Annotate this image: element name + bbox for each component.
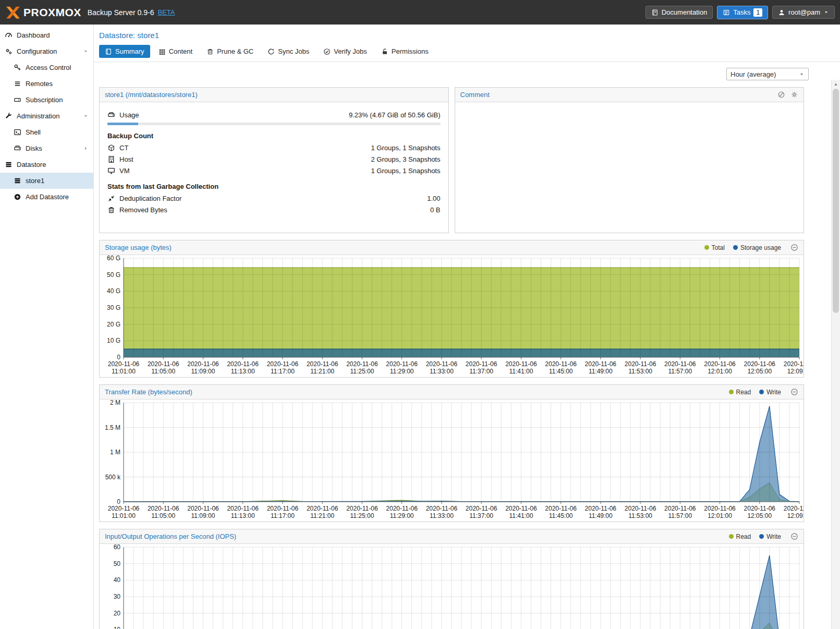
comment-content (455, 102, 804, 233)
host-label: Host (119, 155, 133, 163)
chevron-right-icon[interactable] (83, 146, 89, 151)
legend-dot (759, 390, 764, 394)
ct-label: CT (119, 144, 128, 152)
sidebar-item-dashboard[interactable]: Dashboard (0, 27, 93, 43)
svg-text:2020-11-06: 2020-11-06 (664, 505, 696, 512)
tasks-list-icon (723, 9, 730, 16)
sidebar-item-subscription[interactable]: Subscription (0, 92, 93, 108)
svg-text:2020-11-06: 2020-11-06 (267, 360, 299, 368)
monitor-icon (107, 167, 115, 175)
product-name: Backup Server 0.9-6 (88, 8, 154, 17)
collapse-icon[interactable] (790, 533, 798, 540)
tab-permissions[interactable]: Permissions (375, 45, 434, 58)
legend-item[interactable]: Read (729, 389, 751, 396)
svg-text:50 G: 50 G (107, 271, 120, 279)
grid-icon (159, 48, 166, 55)
chevron-down-icon[interactable] (83, 113, 89, 119)
svg-text:40 G: 40 G (107, 287, 120, 295)
legend-item[interactable]: Total (704, 244, 725, 251)
svg-text:20 G: 20 G (107, 321, 120, 328)
collapse-icon[interactable] (790, 388, 798, 396)
tab-verify-jobs[interactable]: Verify Jobs (318, 45, 373, 58)
tab-prune-gc[interactable]: Prune & GC (201, 45, 259, 58)
vertical-scrollbar[interactable]: ▲ (831, 80, 840, 629)
svg-text:11:33:00: 11:33:00 (430, 368, 454, 375)
tasks-button[interactable]: Tasks 1 (717, 6, 768, 19)
tab-content[interactable]: Content (153, 45, 199, 58)
proxmox-logo: PROXMOX (5, 6, 81, 19)
usage-progress-fill (107, 123, 138, 125)
dedup-value: 1.00 (427, 195, 440, 202)
circle-slash-icon[interactable] (777, 91, 785, 99)
legend-item[interactable]: Write (759, 533, 781, 540)
svg-text:11:49:00: 11:49:00 (589, 368, 613, 375)
svg-text:11:01:00: 11:01:00 (112, 368, 136, 375)
svg-text:11:29:00: 11:29:00 (390, 512, 414, 519)
brand-name: PROXMOX (23, 6, 81, 19)
sidebar-item-add-datastore[interactable]: Add Datastore (0, 189, 93, 205)
sidebar-item-label: Subscription (26, 96, 63, 104)
svg-text:2020-11-06: 2020-11-06 (625, 505, 656, 512)
legend-dot (759, 534, 764, 539)
svg-text:2020-11-06: 2020-11-06 (505, 360, 537, 368)
svg-text:1.5 M: 1.5 M (105, 424, 120, 431)
svg-text:11:49:00: 11:49:00 (589, 512, 613, 519)
scroll-up-arrow[interactable]: ▲ (832, 80, 840, 88)
sidebar-item-label: Administration (17, 112, 59, 120)
svg-text:11:13:00: 11:13:00 (231, 368, 255, 375)
sidebar-item-label: store1 (26, 177, 44, 185)
book-icon (105, 48, 112, 55)
beta-link[interactable]: BETA (157, 8, 175, 16)
tab-summary[interactable]: Summary (99, 45, 150, 58)
svg-text:2020-11-06: 2020-11-06 (187, 360, 219, 368)
tab-sync-jobs[interactable]: Sync Jobs (262, 45, 315, 58)
timeframe-value: Hour (average) (731, 70, 776, 78)
plus-circle-icon (14, 193, 21, 201)
svg-text:60 G: 60 G (107, 255, 120, 262)
panels-area: store1 (/mnt/datastores/store1) Usage 9.… (94, 85, 804, 629)
documentation-button[interactable]: Documentation (646, 6, 713, 19)
chevron-down-icon (799, 71, 805, 77)
svg-text:2020-11-06: 2020-11-06 (664, 360, 696, 368)
building-icon (107, 155, 115, 163)
scrollbar-thumb[interactable] (833, 89, 839, 313)
user-menu-button[interactable]: root@pam (772, 6, 835, 19)
legend-label: Write (766, 389, 781, 396)
legend-item[interactable]: Storage usage (733, 244, 781, 251)
chevron-down-icon[interactable] (83, 49, 89, 54)
sidebar-item-disks[interactable]: Disks (0, 140, 93, 156)
svg-text:11:45:00: 11:45:00 (549, 368, 573, 375)
svg-text:12:09:00: 12:09:00 (787, 368, 804, 375)
svg-text:2020-11-06: 2020-11-06 (426, 360, 458, 368)
tasks-label: Tasks (733, 8, 750, 16)
timeframe-select[interactable]: Hour (average) (726, 68, 809, 80)
sidebar-item-administration[interactable]: Administration (0, 108, 93, 124)
panel-title: Transfer Rate (bytes/second) (105, 388, 192, 396)
panel-title: Input/Output Operations per Second (IOPS… (105, 533, 236, 540)
sidebar-item-label: Remotes (26, 80, 53, 88)
legend-item[interactable]: Write (759, 389, 781, 396)
usage-label: Usage (119, 111, 139, 119)
tab-label: Verify Jobs (334, 47, 367, 55)
legend-item[interactable]: Read (729, 533, 751, 540)
svg-text:11:05:00: 11:05:00 (151, 512, 175, 519)
svg-text:12:05:00: 12:05:00 (747, 512, 772, 519)
svg-text:2020-11-06: 2020-11-06 (744, 505, 776, 512)
sidebar-item-shell[interactable]: Shell (0, 124, 93, 140)
gc-stats-heading: Stats from last Garbage Collection (107, 183, 441, 190)
svg-text:11:41:00: 11:41:00 (509, 368, 533, 375)
collapse-icon[interactable] (790, 244, 798, 251)
legend-dot (733, 245, 738, 250)
sidebar-item-remotes[interactable]: Remotes (0, 76, 93, 92)
chart-legend: ReadWrite (729, 389, 781, 396)
iops-chart: 01020304050602020-11-0611:01:002020-11-0… (100, 544, 804, 629)
sidebar-item-datastore[interactable]: Datastore (0, 156, 93, 173)
hdd-icon (107, 111, 115, 119)
svg-text:2020-11-06: 2020-11-06 (187, 505, 219, 512)
sidebar-item-configuration[interactable]: Configuration (0, 43, 93, 59)
sidebar-item-access-control[interactable]: Access Control (0, 59, 93, 76)
svg-text:11:21:00: 11:21:00 (310, 368, 334, 375)
sidebar-item-store1[interactable]: store1 (0, 173, 93, 189)
gear-icon[interactable] (790, 91, 798, 99)
svg-text:11:41:00: 11:41:00 (509, 512, 533, 519)
